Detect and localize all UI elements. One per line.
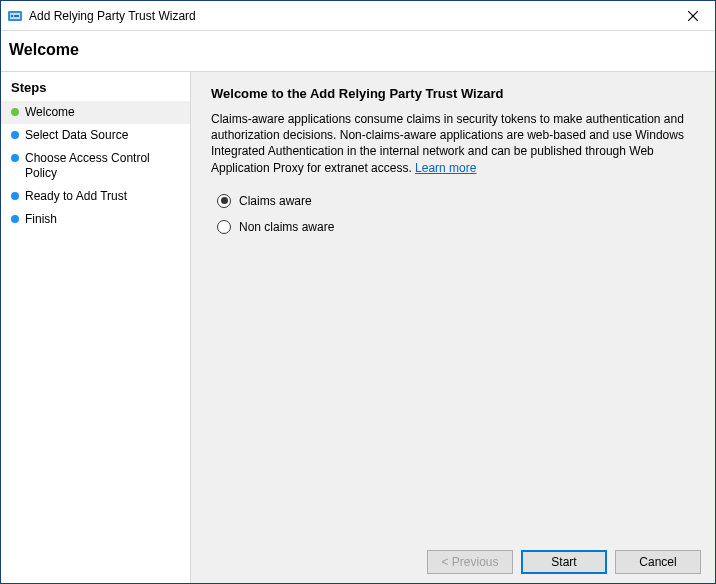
radio-label: Non claims aware [239, 220, 334, 234]
svg-point-2 [11, 14, 13, 16]
radio-icon [217, 220, 231, 234]
app-icon [7, 8, 23, 24]
step-select-data-source[interactable]: Select Data Source [1, 124, 190, 147]
start-button[interactable]: Start [521, 550, 607, 574]
radio-claims-aware[interactable]: Claims aware [217, 194, 695, 208]
page-header: Welcome [1, 31, 715, 72]
content-description: Claims-aware applications consume claims… [211, 111, 695, 176]
step-label: Choose Access Control Policy [25, 151, 180, 181]
radio-icon [217, 194, 231, 208]
cancel-button[interactable]: Cancel [615, 550, 701, 574]
step-bullet-icon [11, 154, 19, 162]
step-bullet-icon [11, 108, 19, 116]
step-label: Ready to Add Trust [25, 189, 180, 204]
step-finish[interactable]: Finish [1, 208, 190, 231]
app-type-radio-group: Claims aware Non claims aware [211, 194, 695, 234]
learn-more-link[interactable]: Learn more [415, 161, 476, 175]
step-bullet-icon [11, 215, 19, 223]
content-panel: Welcome to the Add Relying Party Trust W… [191, 72, 715, 583]
step-bullet-icon [11, 131, 19, 139]
step-label: Welcome [25, 105, 180, 120]
step-choose-access-control-policy[interactable]: Choose Access Control Policy [1, 147, 190, 185]
step-label: Finish [25, 212, 180, 227]
window-title: Add Relying Party Trust Wizard [29, 9, 196, 23]
close-icon [688, 11, 698, 21]
steps-title: Steps [1, 78, 190, 101]
main-area: Steps Welcome Select Data Source Choose … [1, 72, 715, 583]
wizard-footer: < Previous Start Cancel [191, 541, 715, 583]
page-title: Welcome [9, 41, 707, 59]
steps-sidebar: Steps Welcome Select Data Source Choose … [1, 72, 191, 583]
step-bullet-icon [11, 192, 19, 200]
svg-rect-3 [14, 15, 19, 17]
close-button[interactable] [670, 1, 715, 31]
title-bar: Add Relying Party Trust Wizard [1, 1, 715, 31]
content-inner: Welcome to the Add Relying Party Trust W… [191, 72, 715, 541]
radio-non-claims-aware[interactable]: Non claims aware [217, 220, 695, 234]
content-heading: Welcome to the Add Relying Party Trust W… [211, 86, 695, 101]
step-label: Select Data Source [25, 128, 180, 143]
step-ready-to-add-trust[interactable]: Ready to Add Trust [1, 185, 190, 208]
previous-button: < Previous [427, 550, 513, 574]
step-welcome[interactable]: Welcome [1, 101, 190, 124]
radio-label: Claims aware [239, 194, 312, 208]
